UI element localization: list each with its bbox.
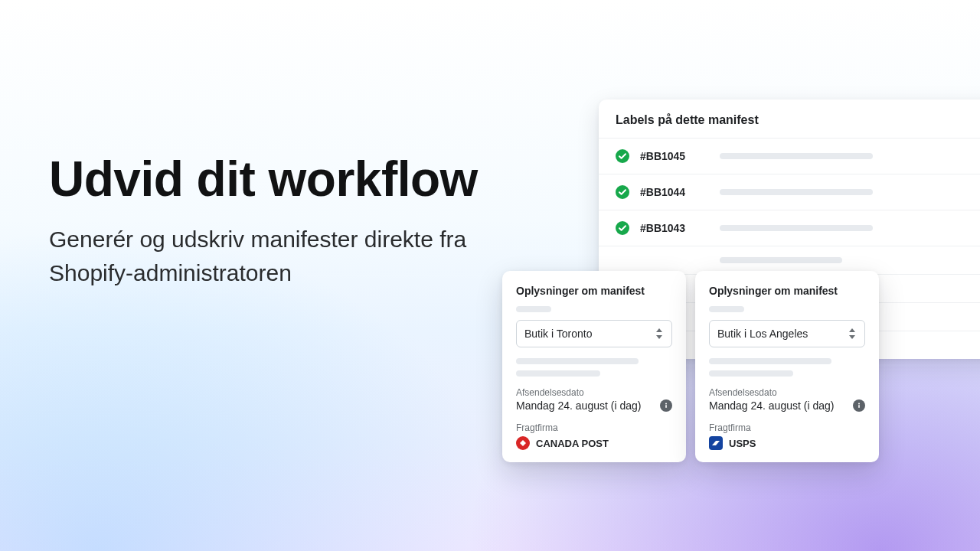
svg-point-0 xyxy=(665,403,667,405)
table-row[interactable]: #BB1045 xyxy=(599,138,980,174)
placeholder-row xyxy=(720,153,980,159)
table-row[interactable]: #BB1043 xyxy=(599,210,980,246)
placeholder xyxy=(709,358,831,364)
manifest-card-toronto: Oplysninger om manifest Butik i Toronto … xyxy=(502,271,686,462)
date-label: Afsendelsesdato xyxy=(709,387,865,398)
select-stepper-icon xyxy=(848,327,857,341)
manifest-card-la: Oplysninger om manifest Butik i Los Ange… xyxy=(695,271,879,462)
card-title: Oplysninger om manifest xyxy=(516,285,672,297)
placeholder xyxy=(516,306,551,312)
location-select[interactable]: Butik i Toronto xyxy=(516,320,672,347)
check-icon xyxy=(616,221,629,235)
label-id: #BB1044 xyxy=(640,186,709,198)
info-icon[interactable] xyxy=(853,399,865,412)
carrier-label: Fragtfirma xyxy=(709,422,865,433)
carrier-name: CANADA POST xyxy=(536,438,609,449)
placeholder-row xyxy=(720,257,980,263)
date-label: Afsendelsesdato xyxy=(516,387,672,398)
subhead: Generér og udskriv manifester direkte fr… xyxy=(49,223,478,289)
table-row[interactable] xyxy=(599,246,980,274)
card-title: Oplysninger om manifest xyxy=(709,285,865,297)
location-select[interactable]: Butik i Los Angeles xyxy=(709,320,865,347)
placeholder xyxy=(709,370,793,377)
svg-rect-3 xyxy=(858,405,860,408)
date-value: Mandag 24. august (i dag) xyxy=(516,399,641,412)
carrier: USPS xyxy=(709,436,865,450)
placeholder xyxy=(709,306,744,312)
placeholder-row xyxy=(720,189,980,195)
label-id: #BB1045 xyxy=(640,150,709,162)
placeholder-row xyxy=(720,225,980,231)
select-stepper-icon xyxy=(655,327,664,341)
usps-icon xyxy=(709,436,723,450)
carrier-label: Fragtfirma xyxy=(516,422,672,433)
canada-post-icon xyxy=(516,436,530,450)
date-value: Mandag 24. august (i dag) xyxy=(709,399,834,412)
label-id: #BB1043 xyxy=(640,222,709,234)
check-icon xyxy=(616,185,629,199)
marketing-copy: Udvid dit workflow Generér og udskriv ma… xyxy=(49,153,478,289)
placeholder xyxy=(516,370,600,377)
placeholder xyxy=(516,358,639,364)
headline: Udvid dit workflow xyxy=(49,153,478,206)
svg-rect-1 xyxy=(665,405,667,408)
labels-panel-title: Labels på dette manifest xyxy=(599,99,980,138)
stage: Udvid dit workflow Generér og udskriv ma… xyxy=(0,0,980,551)
check-icon xyxy=(616,149,629,163)
carrier-name: USPS xyxy=(729,438,756,449)
svg-point-2 xyxy=(858,403,860,405)
table-row[interactable]: #BB1044 xyxy=(599,174,980,210)
select-value: Butik i Los Angeles xyxy=(717,328,808,340)
carrier: CANADA POST xyxy=(516,436,672,450)
select-value: Butik i Toronto xyxy=(524,328,592,340)
info-icon[interactable] xyxy=(660,399,672,412)
